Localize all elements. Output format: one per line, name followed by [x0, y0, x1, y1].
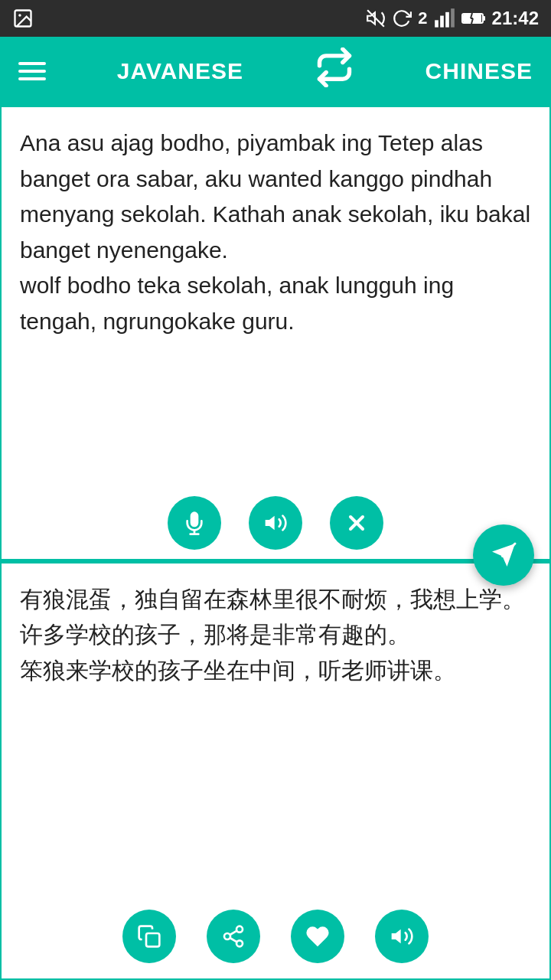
- target-language-label: CHINESE: [425, 58, 533, 84]
- status-time: 21:42: [492, 8, 539, 29]
- source-panel: Ana asu ajag bodho, piyambak ing Tetep a…: [0, 106, 551, 560]
- svg-rect-6: [451, 8, 455, 27]
- svg-point-21: [236, 926, 243, 933]
- swap-icon: [315, 47, 354, 87]
- source-text[interactable]: Ana asu ajag bodho, piyambak ing Tetep a…: [2, 107, 549, 416]
- copy-icon: [137, 924, 161, 949]
- svg-point-23: [236, 940, 243, 946]
- share-icon: [221, 924, 246, 949]
- share-button[interactable]: [207, 910, 260, 963]
- target-panel-actions: [2, 910, 549, 963]
- speaker-target-icon: [390, 924, 414, 949]
- svg-line-24: [230, 938, 236, 942]
- svg-rect-8: [483, 16, 485, 21]
- svg-rect-3: [435, 20, 439, 27]
- microphone-icon: [182, 511, 207, 535]
- notification-badge: 2: [418, 8, 427, 28]
- heart-icon: [305, 924, 330, 949]
- copy-button[interactable]: [122, 910, 176, 963]
- menu-button[interactable]: [18, 62, 46, 80]
- content-area: Ana asu ajag bodho, piyambak ing Tetep a…: [0, 106, 551, 980]
- signal-icon: [434, 8, 455, 29]
- target-panel: 有狼混蛋，独自留在森林里很不耐烦，我想上学。许多学校的孩子，那将是非常有趣的。笨…: [0, 562, 551, 980]
- swap-languages-button[interactable]: [315, 47, 354, 95]
- svg-rect-5: [445, 12, 449, 28]
- tts-button[interactable]: [249, 496, 302, 550]
- svg-point-22: [224, 933, 230, 939]
- image-icon: [12, 8, 34, 29]
- translate-button[interactable]: [473, 524, 534, 586]
- clear-button[interactable]: [330, 496, 383, 550]
- favorite-button[interactable]: [291, 910, 344, 963]
- status-left: [12, 8, 34, 29]
- svg-point-1: [18, 14, 21, 17]
- svg-line-25: [230, 931, 236, 935]
- svg-marker-15: [266, 515, 275, 530]
- svg-rect-20: [146, 933, 159, 946]
- svg-marker-19: [492, 544, 515, 567]
- svg-marker-26: [392, 929, 401, 944]
- source-language-label: JAVANESE: [117, 58, 243, 84]
- battery-icon: [461, 8, 486, 28]
- tts-target-button[interactable]: [375, 910, 429, 963]
- mute-icon: [366, 8, 386, 28]
- svg-rect-4: [440, 16, 444, 28]
- close-icon: [344, 511, 369, 535]
- speaker-icon: [263, 511, 288, 535]
- status-right: 2 21:42: [366, 8, 539, 29]
- target-text: 有狼混蛋，独自留在森林里很不耐烦，我想上学。许多学校的孩子，那将是非常有趣的。笨…: [2, 564, 549, 793]
- status-bar: 2 21:42: [0, 0, 551, 37]
- microphone-button[interactable]: [168, 496, 221, 550]
- sync-icon: [392, 8, 412, 28]
- send-icon: [490, 541, 517, 569]
- nav-bar: JAVANESE CHINESE: [0, 37, 551, 106]
- source-panel-controls: [2, 496, 549, 550]
